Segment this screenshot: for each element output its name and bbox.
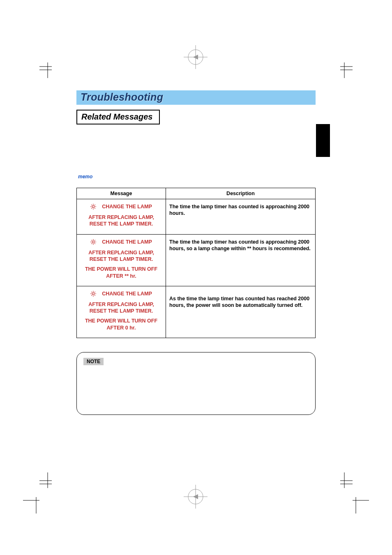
svg-line-30 [95,208,95,209]
message-line: RESET THE LAMP TIMER. [80,256,162,263]
crop-mark-icon [39,472,52,488]
svg-line-40 [91,243,92,244]
registration-mark-bottom [184,485,208,509]
description-text: The time the lamp timer has counted is a… [169,239,312,252]
lamp-icon [90,291,96,297]
memo-label: memo [78,174,316,180]
svg-line-39 [95,243,95,244]
table-row: CHANGE THE LAMP AFTER REPLACING LAMP, RE… [77,286,316,338]
message-line: AFTER ** hr. [80,273,162,279]
message-line: CHANGE THE LAMP [102,239,152,245]
svg-line-48 [95,295,95,296]
content-area: Troubleshooting Related Messages memo Me… [76,90,316,415]
message-line: THE POWER WILL TURN OFF [80,266,162,272]
col-header-message: Message [77,188,166,199]
message-line: CHANGE THE LAMP [102,203,152,210]
message-line: AFTER 0 hr. [80,325,162,331]
message-line: RESET THE LAMP TIMER. [80,308,162,314]
crop-mark-icon [39,62,52,78]
description-text: The time the lamp timer has counted is a… [169,203,312,217]
description-text: As the time the lamp timer has counted h… [169,295,312,309]
message-line: RESET THE LAMP TIMER. [80,221,162,227]
svg-line-32 [95,205,95,205]
svg-line-41 [95,240,95,241]
svg-point-24 [92,206,95,208]
svg-line-31 [91,208,92,209]
crop-mark-icon [23,497,39,515]
svg-line-38 [91,240,92,241]
svg-line-50 [95,292,95,292]
subsection-heading-box: Related Messages [76,110,160,124]
message-line: THE POWER WILL TURN OFF [80,318,162,324]
svg-point-42 [92,292,95,295]
crop-mark-icon [340,472,353,488]
col-header-description: Description [166,188,316,199]
lamp-icon [90,204,96,210]
svg-point-33 [92,241,95,243]
page: Troubleshooting Related Messages memo Me… [0,0,392,555]
svg-line-49 [91,295,92,296]
message-line: AFTER REPLACING LAMP, [80,301,162,308]
svg-line-29 [91,205,92,205]
message-line: CHANGE THE LAMP [102,290,152,297]
message-line: AFTER REPLACING LAMP, [80,249,162,256]
subsection-heading: Related Messages [81,112,152,121]
table-row: CHANGE THE LAMP AFTER REPLACING LAMP, RE… [77,234,316,286]
crop-mark-icon [353,497,369,515]
messages-table: Message Description CHANGE THE LAMP [76,188,316,338]
crop-mark-icon [340,62,353,78]
side-tab [316,124,330,157]
lamp-icon [90,239,96,245]
registration-mark-top [184,45,208,69]
note-label: NOTE [83,358,104,365]
section-heading-bar: Troubleshooting [76,90,316,105]
note-box: NOTE [76,352,316,415]
section-heading: Troubleshooting [81,91,163,103]
table-row: CHANGE THE LAMP AFTER REPLACING LAMP, RE… [77,199,316,235]
svg-line-47 [91,292,92,292]
message-line: AFTER REPLACING LAMP, [80,214,162,221]
